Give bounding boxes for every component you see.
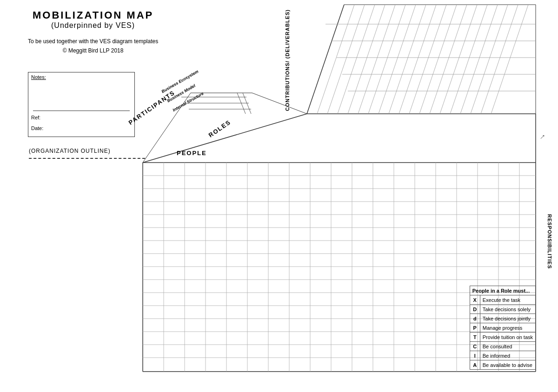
responsibilities-label: RESPONSIBILITIES [547, 176, 552, 307]
date-label: Date: [31, 125, 43, 131]
svg-line-20 [481, 5, 518, 114]
svg-line-6 [338, 5, 375, 114]
roles-label: ROLES [207, 118, 232, 139]
notes-label: Notes: [28, 72, 134, 82]
page: ↑ MOBILIZATION MAP (Underpinned by VES) … [0, 0, 558, 392]
ref-label: Ref: [31, 115, 40, 120]
svg-line-8 [358, 5, 395, 114]
notes-divider-line [33, 111, 130, 111]
legend-row-p: P Manage progress [470, 323, 535, 333]
svg-line-34 [252, 93, 307, 114]
org-outline-label: (ORGANIZATION OUTLINE) [29, 148, 111, 154]
legend-header-row: People in a Role must... [470, 286, 535, 295]
svg-line-19 [471, 5, 508, 114]
svg-line-4 [317, 5, 354, 114]
legend-symbol-d-upper: D [470, 305, 480, 314]
legend-desc-t: Provide tuition on task [480, 333, 535, 342]
legend-header-cell: People in a Role must... [470, 286, 535, 295]
svg-text:↑: ↑ [538, 132, 548, 142]
legend-symbol-i: I [470, 351, 480, 360]
svg-line-2 [307, 5, 344, 114]
svg-line-15 [430, 5, 467, 114]
svg-line-39 [243, 93, 251, 114]
legend-symbol-c: C [470, 342, 480, 351]
legend-symbol-x: X [470, 295, 480, 305]
legend-box: People in a Role must... X Execute the t… [470, 286, 536, 370]
legend-table: People in a Role must... X Execute the t… [470, 286, 536, 370]
svg-line-21 [491, 5, 528, 114]
legend-desc-c: Be consulted [480, 342, 535, 351]
legend-desc-a: Be available to advise [480, 360, 535, 370]
legend-row-t: T Provide tuition on task [470, 333, 535, 342]
people-label: PEOPLE [177, 150, 207, 157]
svg-line-13 [409, 5, 446, 114]
description: To be used together with the VES diagram… [28, 38, 158, 45]
copyright: © Meggitt Bird LLP 2018 [28, 47, 158, 54]
svg-line-10 [379, 5, 416, 114]
legend-desc-i: Be informed [480, 351, 535, 360]
legend-desc-p: Manage progress [480, 323, 535, 333]
legend-row-d-upper: D Take decisions solely [470, 305, 535, 314]
svg-line-12 [399, 5, 436, 114]
svg-line-17 [450, 5, 487, 114]
svg-line-18 [460, 5, 498, 114]
legend-row-a: A Be available to advise [470, 360, 535, 370]
main-title: MOBILIZATION MAP [28, 9, 158, 21]
svg-line-7 [348, 5, 385, 114]
contributions-label: CONTRIBUTIONS/ (DELIVERABLES) [285, 9, 290, 111]
legend-desc-x: Execute the task [480, 295, 535, 305]
svg-line-5 [327, 5, 365, 114]
legend-row-d-lower: d Take decisions jointly [470, 314, 535, 323]
notes-box: Notes: Ref: Date: [28, 72, 135, 137]
legend-row-c: C Be consulted [470, 342, 535, 351]
subtitle: (Underpinned by VES) [28, 21, 158, 30]
legend-symbol-p: P [470, 323, 480, 333]
legend-row-i: I Be informed [470, 351, 535, 360]
biz-ecosystem-label: Business Ecosystem [161, 69, 199, 94]
legend-desc-d-lower: Take decisions jointly [480, 314, 535, 323]
svg-line-9 [368, 5, 405, 114]
svg-line-11 [389, 5, 426, 114]
legend-symbol-t: T [470, 333, 480, 342]
header-section: MOBILIZATION MAP (Underpinned by VES) To… [28, 9, 158, 54]
svg-line-16 [440, 5, 477, 114]
legend-symbol-a: A [470, 360, 480, 370]
legend-row-x: X Execute the task [470, 295, 535, 305]
legend-desc-d-upper: Take decisions solely [480, 305, 535, 314]
svg-line-38 [237, 93, 246, 114]
legend-symbol-d-lower: d [470, 314, 480, 323]
svg-line-14 [419, 5, 457, 114]
dashed-divider [29, 158, 145, 159]
